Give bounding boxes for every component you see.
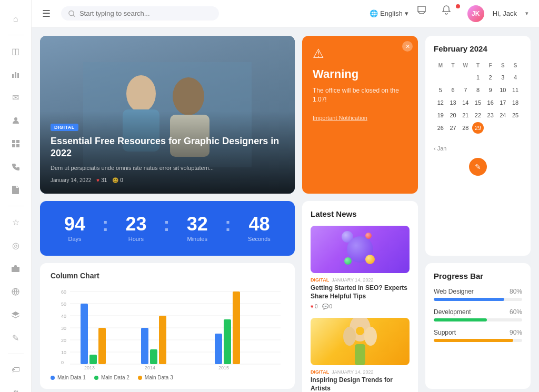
legend-item-3: Main Data 3 bbox=[138, 375, 173, 380]
cal-date-9[interactable]: 9 bbox=[485, 84, 496, 96]
chart-title: Column Chart bbox=[51, 272, 284, 280]
cal-date-18[interactable]: 18 bbox=[510, 97, 521, 108]
calendar-prev-button[interactable]: ‹ Jan bbox=[434, 145, 446, 152]
sidebar-item-file[interactable] bbox=[5, 179, 26, 200]
sidebar-item-phone[interactable] bbox=[5, 156, 26, 177]
cal-date-24[interactable]: 24 bbox=[497, 109, 509, 121]
sidebar-divider-2 bbox=[8, 206, 24, 206]
progress-bar-3 bbox=[434, 339, 522, 342]
countdown-minutes-label: Minutes bbox=[187, 236, 208, 242]
progress-item-1: Web Designer 80% bbox=[434, 288, 522, 301]
cal-date-1[interactable]: 1 bbox=[472, 72, 484, 83]
content-grid: DIGITAL Essential Free Resources for Gra… bbox=[32, 27, 539, 392]
countdown-days: 94 Days bbox=[64, 215, 85, 242]
language-selector[interactable]: 🌐 English ▾ bbox=[370, 9, 408, 17]
user-name[interactable]: Hi, Jack bbox=[493, 9, 517, 17]
sidebar-item-globe[interactable] bbox=[5, 281, 26, 302]
progress-card: Progress Bar Web Designer 80% Developmen… bbox=[425, 263, 531, 389]
cal-date-25[interactable]: 25 bbox=[510, 109, 521, 121]
progress-label-1: Web Designer bbox=[434, 288, 474, 295]
cal-date-23[interactable]: 23 bbox=[485, 109, 496, 121]
countdown-card: 94 Days : 23 Hours : 32 Minutes : 48 Sec… bbox=[40, 201, 295, 256]
cal-date-10[interactable]: 10 bbox=[497, 84, 509, 96]
cal-date-20[interactable]: 20 bbox=[447, 109, 459, 121]
hero-card: DIGITAL Essential Free Resources for Gra… bbox=[40, 36, 295, 194]
cal-date-28[interactable]: 28 bbox=[460, 122, 471, 134]
cal-week-3: 12 13 14 15 16 17 18 bbox=[435, 97, 521, 108]
search-bar[interactable] bbox=[61, 6, 219, 21]
progress-label-3: Support bbox=[434, 329, 456, 336]
cal-date-11[interactable]: 11 bbox=[510, 84, 521, 96]
menu-icon[interactable]: ☰ bbox=[42, 8, 51, 19]
cal-date-empty3 bbox=[510, 122, 521, 134]
sidebar-item-edit[interactable]: ✎ bbox=[5, 327, 26, 348]
cal-date-22[interactable]: 22 bbox=[472, 109, 484, 121]
messages-button[interactable] bbox=[417, 5, 434, 22]
cal-date-27[interactable]: 27 bbox=[447, 122, 459, 134]
svg-point-24 bbox=[356, 327, 364, 335]
svg-line-14 bbox=[73, 15, 75, 16]
sidebar-item-settings[interactable]: ⚙ bbox=[5, 383, 26, 392]
sidebar-item-home[interactable]: ⌂ bbox=[5, 8, 26, 29]
warning-triangle-icon: ⚠ bbox=[313, 46, 407, 61]
sphere-small-2 bbox=[365, 255, 375, 264]
cal-date-14[interactable]: 14 bbox=[460, 97, 471, 108]
cal-date-19[interactable]: 19 bbox=[435, 109, 446, 121]
progress-title: Progress Bar bbox=[434, 272, 522, 280]
sidebar-item-star[interactable]: ☆ bbox=[5, 212, 26, 233]
legend-label-2: Main Data 2 bbox=[101, 375, 129, 380]
avatar[interactable]: JK bbox=[467, 5, 484, 22]
cal-date-3[interactable]: 3 bbox=[497, 72, 509, 83]
cal-date-2[interactable]: 2 bbox=[485, 72, 496, 83]
comment-icon-1: 💬 bbox=[322, 304, 328, 309]
cal-date-15[interactable]: 15 bbox=[472, 97, 484, 108]
sidebar-item-chart[interactable] bbox=[5, 64, 26, 85]
cal-date-6[interactable]: 6 bbox=[447, 84, 459, 96]
cal-date-29[interactable]: 29 bbox=[472, 122, 484, 134]
sidebar-item-briefcase[interactable] bbox=[5, 258, 26, 279]
countdown-days-value: 94 bbox=[64, 215, 85, 234]
legend-dot-3 bbox=[138, 376, 142, 380]
bar-2015-d3 bbox=[233, 292, 240, 364]
cal-date-16[interactable]: 16 bbox=[485, 97, 496, 108]
sidebar-item-calendar[interactable]: ◫ bbox=[5, 41, 26, 62]
calendar-month: February 2024 bbox=[434, 44, 487, 53]
cal-date-13[interactable]: 13 bbox=[447, 97, 459, 108]
sidebar-item-user[interactable] bbox=[5, 110, 26, 131]
sidebar-item-mail[interactable]: ✉ bbox=[5, 87, 26, 108]
calendar-edit-button[interactable]: ✎ bbox=[469, 158, 487, 176]
cal-date-26[interactable]: 26 bbox=[435, 122, 446, 134]
sidebar-item-location[interactable]: ◎ bbox=[5, 235, 26, 256]
svg-text:30: 30 bbox=[61, 326, 66, 331]
cal-date-12[interactable]: 12 bbox=[435, 97, 446, 108]
bell-icon bbox=[442, 5, 451, 15]
cal-date-7[interactable]: 7 bbox=[460, 84, 471, 96]
bar-2015-d2 bbox=[224, 319, 231, 364]
cal-date-5[interactable]: 5 bbox=[435, 84, 446, 96]
sidebar-item-tag[interactable]: 🏷 bbox=[5, 359, 26, 380]
cal-date-21[interactable]: 21 bbox=[460, 109, 471, 121]
user-chevron-icon: ▾ bbox=[525, 10, 528, 17]
notifications-button[interactable] bbox=[442, 5, 459, 22]
sidebar-item-layers[interactable] bbox=[5, 304, 26, 325]
bar-2014-d3 bbox=[159, 316, 166, 364]
news-category-1: DIGITAL January 14, 2022 bbox=[311, 277, 410, 283]
main-wrapper: ☰ 🌐 English ▾ JK Hi, Jack ▾ bbox=[32, 0, 539, 392]
news-card: Latest News DIGITAL January 14, 2022 bbox=[302, 201, 418, 392]
cal-date-8[interactable]: 8 bbox=[472, 84, 484, 96]
progress-bar-2 bbox=[434, 318, 522, 321]
cal-date-17[interactable]: 17 bbox=[497, 97, 509, 108]
search-input[interactable] bbox=[79, 9, 212, 17]
calendar-header: February 2024 bbox=[434, 44, 522, 53]
cal-date-4[interactable]: 4 bbox=[510, 72, 521, 83]
warning-card: ✕ ⚠ Warning The office will be closed on… bbox=[302, 36, 418, 194]
countdown-sep-3: : bbox=[225, 214, 231, 236]
cal-date-empty bbox=[460, 72, 471, 83]
warning-link[interactable]: Important Notification bbox=[313, 115, 407, 121]
countdown-sep-2: : bbox=[164, 214, 170, 236]
sidebar-item-grid[interactable] bbox=[5, 133, 26, 154]
progress-pct-2: 60% bbox=[510, 308, 522, 316]
legend-label-1: Main Data 1 bbox=[57, 375, 86, 380]
bar-2014-d2 bbox=[150, 349, 157, 364]
bar-2015-d1 bbox=[215, 334, 222, 364]
